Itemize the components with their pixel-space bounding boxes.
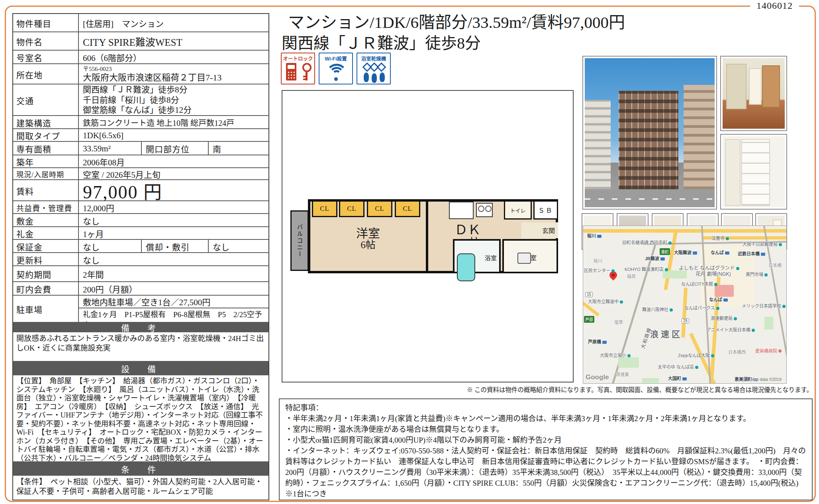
notes-line: ・半年未満2ヶ月・1年未満1ヶ月(家賃と共益費)※キャンペーン適用の場合は、半年… <box>285 413 806 424</box>
row-parking: 駐車場 敷地内駐車場／空き1台／27,500円 礼金1ヶ月 P1-P5屋根有 P… <box>13 295 268 322</box>
conditions-header: 条 件 <box>13 461 268 476</box>
main-building <box>619 91 678 189</box>
value-deposit: なし <box>79 214 268 226</box>
row-renewal-fee: 更新料 なし <box>13 252 268 265</box>
map-label-district: 浪速区 <box>650 328 682 339</box>
map-label: メリック日本語学校 <box>742 302 786 309</box>
map-label: 桜川 <box>587 232 602 239</box>
label-town-fee: 町内会費 <box>13 282 79 295</box>
balcony: バルコニー <box>290 210 309 271</box>
map-label: 日本橋西 <box>728 349 746 355</box>
map-label: 難波八阪神社 <box>642 306 673 312</box>
hanging-clothes-icon <box>380 73 385 82</box>
value-key-money: 1ヶ月 <box>79 227 268 239</box>
toilet-room: トイレ <box>504 200 532 220</box>
conditions-text: 【条件】 ペット相談（小型犬、猫可）・外国人契約可能・2人入居可能・保証人不要・… <box>13 476 268 500</box>
value-guarantee: なし <box>79 240 142 252</box>
label-contract-period: 契約期間 <box>13 266 79 281</box>
bath-dryer-badge: 浴室乾燥機 <box>357 53 391 84</box>
disclaimer-text: ※ この資料は物件の概略紹介資料になります。写真、間取図面、設備、概要などが現況… <box>279 385 813 394</box>
label-structure: 建築構造 <box>13 116 79 128</box>
row-layout-type: 間取タイプ 1DK[6.5x6] <box>13 128 268 141</box>
parking-line-2: 礼金1ヶ月 P1-P5屋根有 P6-8屋根無 P5 2/25空予定 <box>79 308 268 322</box>
map-label: 大阪市立難波中 <box>588 298 623 304</box>
label-built: 築年 <box>13 155 79 167</box>
label-facing: 開口部方位 <box>142 142 209 155</box>
parking-line-1: 敷地内駐車場／空き1台／27,500円 <box>79 296 268 308</box>
value-built: 2006年08月 <box>79 155 268 167</box>
equipment-row: 【位置】 角部屋 【キッチン】 給湯器（都市ガス）・ガスコンロ（2口）・システム… <box>13 375 268 461</box>
autolock-badge-label: オートロック <box>282 55 314 62</box>
map-label: JR難波 <box>645 255 665 261</box>
remarks-text: 開放感あふれるエントランス暖かみのある室内・浴室乾燥機・24Hゴミ出しOK・近く… <box>13 332 268 355</box>
closet: CL <box>312 200 337 217</box>
neighbor-building <box>684 85 715 189</box>
notes-line: ・小型犬or猫1匹飼育可能(家賃4,000円UP)※4階以下のみ飼育可能・解約予… <box>285 435 806 445</box>
map-label: 大国町 <box>668 375 687 381</box>
headline-summary: マンション/1DK/6階部分/33.59m²/賃料97,000円 <box>288 9 814 33</box>
map-label: 法善寺 <box>711 235 729 241</box>
map-label: 桜川 <box>594 257 602 264</box>
value-area: 33.59m² <box>79 142 142 155</box>
value-rent: 97,000 円 <box>79 180 268 200</box>
intercom-icon <box>286 63 296 80</box>
label-guarantee: 保証金 <box>13 240 79 252</box>
map-label: なんばパークス <box>684 304 719 311</box>
closet: CL <box>367 200 392 217</box>
map-label: 稲荷 <box>627 273 636 279</box>
map-label: 黒門市場 <box>746 271 768 277</box>
label-access: 交通 <box>13 84 79 115</box>
route-badge: 15 <box>585 292 593 297</box>
notes-title: 特記事項： <box>285 402 806 413</box>
value-layout-type: 1DK[6.5x6] <box>79 129 268 141</box>
label-room-no: 号室名 <box>13 51 79 63</box>
map-attribution: Map data ©2019 <box>750 377 782 382</box>
document-id: 1406012 <box>750 0 799 11</box>
google-logo: Google <box>586 373 609 381</box>
namba-city-building <box>715 285 734 297</box>
equipment-header-text: 設 備 <box>13 362 268 375</box>
hanging-clothes-icon <box>372 73 377 83</box>
route-badge: 25 <box>682 318 689 324</box>
access-line: 御堂筋線「なんば」徒歩12分 <box>83 105 192 115</box>
map-label: なんば <box>711 249 729 255</box>
remarks-header: 備 考 <box>13 322 268 332</box>
special-notes: 特記事項： ・半年未満2ヶ月・1年未満1ヶ月(家賃と共益費)※キャンペーン適用の… <box>279 398 813 500</box>
headline-access: 関西線「ＪＲ難波」徒歩8分 <box>282 30 807 53</box>
kitchen-sink-icon <box>449 202 474 219</box>
value-structure: 鉄筋コンクリート造 地上10階 総戸数124戸 <box>79 116 268 128</box>
floor-plan: バルコニー CL CL CL CL 洋室 6帖 ＤＫ 6.5帖 トイレ ＳＢ 玄… <box>282 90 574 382</box>
map-label: アニメイト大阪日本橋 <box>707 326 755 333</box>
map-label: KOHYO 難波湊町店 <box>625 266 668 272</box>
map-badge: 湊町 <box>660 248 670 255</box>
shoe-box: ＳＢ <box>533 200 558 220</box>
balcony-label: バルコニー <box>296 224 304 258</box>
label-renewal-fee: 更新料 <box>13 253 79 265</box>
row-key-money: 礼金 1ヶ月 <box>13 226 268 239</box>
equipment-text: 【位置】 角部屋 【キッチン】 給湯器（都市ガス）・ガスコンロ（2口）・システム… <box>13 375 268 461</box>
property-flyer: 1406012 物件種目 [住居用] マンション 物件名 CITY SPIRE難… <box>0 0 819 504</box>
row-built: 築年 2006年08月 <box>13 155 268 167</box>
remarks-row: 開放感あふれるエントランス暖かみのある室内・浴室乾燥機・24Hゴミ出しOK・近く… <box>13 332 268 361</box>
row-area: 専有面積 33.59m² 開口部方位 南 <box>13 141 268 155</box>
address-zip: 〒556-0023 <box>83 66 221 73</box>
room-divider-wall <box>426 200 428 273</box>
bedroom-size: 6帖 <box>334 240 402 250</box>
label-address: 所在地 <box>13 64 79 84</box>
map-label: なんば <box>709 296 728 302</box>
remarks-header-text: 備 考 <box>13 323 268 332</box>
map-label: 太平のゆ なんば店 <box>658 363 698 370</box>
value-common-fee: 12,000円 <box>79 201 268 213</box>
photo-hallway <box>720 56 787 131</box>
map-label: 大阪市立栄小 <box>600 352 631 358</box>
row-address: 所在地 〒556-0023 大阪府大阪市浪速区稲荷２丁目7-13 <box>13 63 268 84</box>
label-area: 専有面積 <box>13 142 79 155</box>
map-label: 大阪千日前郵便局 <box>743 241 782 247</box>
row-access: 交通 関西線「ＪＲ難波」徒歩8分 千日前線「桜川」徒歩8分 御堂筋線「なんば」徒… <box>13 84 268 115</box>
row-rent: 賃料 97,000 円 <box>13 179 268 200</box>
autolock-badge: オートロック <box>281 53 315 84</box>
neighbor-building <box>585 100 611 189</box>
label-status: 現況/入居時期 <box>13 168 79 179</box>
washbasin-icon <box>517 253 531 264</box>
key-icon-stem <box>306 71 308 80</box>
